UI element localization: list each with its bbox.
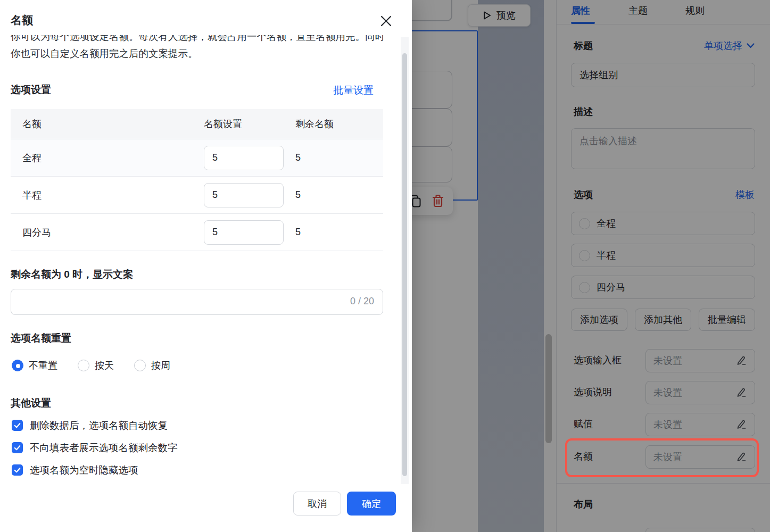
option-name: 四分马 — [11, 226, 204, 239]
quota-input[interactable] — [204, 146, 284, 170]
checkbox-hide-when-empty[interactable]: 选项名额为空时隐藏选项 — [12, 463, 138, 477]
radio-selected-icon — [12, 360, 23, 371]
remaining-quota: 5 — [295, 189, 383, 201]
radio-label: 不重置 — [29, 359, 57, 372]
checkbox-hide-remaining[interactable]: 不向填表者展示选项名额剩余数字 — [12, 441, 178, 454]
checkbox-checked-icon — [12, 420, 23, 431]
remaining-quota: 5 — [295, 227, 383, 238]
empty-text-input[interactable] — [11, 289, 383, 314]
col-header-quota-name: 名额 — [11, 118, 204, 130]
radio-label: 按天 — [95, 359, 114, 372]
col-header-quota-setting: 名额设置 — [204, 118, 295, 130]
col-header-quota-remaining: 剩余名额 — [295, 118, 383, 130]
app-root: 预览 属性 主题 规则 标题 单项选择 描 — [0, 0, 770, 532]
quota-input[interactable] — [204, 183, 284, 207]
option-settings-heading: 选项设置 — [11, 83, 51, 97]
close-icon[interactable] — [377, 12, 395, 30]
radio-by-week[interactable]: 按周 — [134, 359, 170, 372]
reset-radio-group: 不重置 按天 按周 — [12, 359, 170, 372]
checkbox-label: 不向填表者展示选项名额剩余数字 — [30, 441, 178, 454]
reset-heading: 选项名额重置 — [11, 331, 71, 345]
table-row: 半程 5 — [11, 177, 383, 214]
empty-text-field-wrap: 0 / 20 — [11, 289, 383, 315]
cancel-button[interactable]: 取消 — [293, 492, 341, 516]
confirm-button[interactable]: 确定 — [347, 492, 396, 516]
radio-label: 按周 — [151, 359, 170, 372]
radio-icon — [78, 360, 89, 371]
other-settings-heading: 其他设置 — [11, 396, 51, 410]
radio-icon — [134, 360, 146, 371]
option-name: 全程 — [11, 152, 204, 164]
char-counter: 0 / 20 — [350, 296, 374, 307]
checkbox-label: 选项名额为空时隐藏选项 — [30, 463, 138, 477]
table-row: 全程 5 — [11, 139, 383, 177]
quota-table: 名额 名额设置 剩余名额 全程 5 半程 5 四分马 5 — [11, 109, 383, 251]
table-row: 四分马 5 — [11, 214, 383, 251]
radio-by-day[interactable]: 按天 — [78, 359, 114, 372]
checkbox-checked-icon — [12, 464, 23, 476]
quota-modal: 名额 你可以为每个选项设定名额。每次有人选择，就会占用一个名额，直至名额用完。同… — [0, 0, 412, 532]
radio-no-reset[interactable]: 不重置 — [12, 359, 57, 372]
option-name: 半程 — [11, 189, 204, 202]
modal-description: 你可以为每个选项设定名额。每次有人选择，就会占用一个名额，直至名额用完。同时你也… — [11, 35, 386, 68]
checkbox-label: 删除数据后，选项名额自动恢复 — [30, 419, 168, 432]
checkbox-auto-restore[interactable]: 删除数据后，选项名额自动恢复 — [12, 419, 168, 432]
quota-table-header: 名额 名额设置 剩余名额 — [11, 109, 383, 139]
quota-highlight-ring — [565, 438, 759, 477]
modal-scrollbar-thumb[interactable] — [402, 53, 407, 476]
quota-input[interactable] — [204, 220, 284, 245]
batch-set-link[interactable]: 批量设置 — [333, 84, 374, 97]
checkbox-checked-icon — [12, 442, 23, 453]
empty-text-heading: 剩余名额为 0 时，显示文案 — [11, 268, 133, 281]
modal-title: 名额 — [11, 13, 33, 28]
remaining-quota: 5 — [295, 152, 383, 163]
